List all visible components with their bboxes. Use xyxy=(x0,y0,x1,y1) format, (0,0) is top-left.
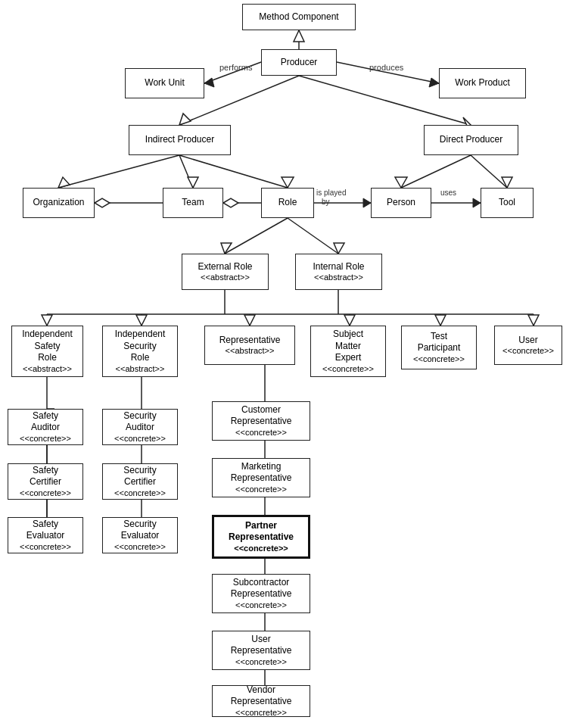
svg-marker-15 xyxy=(188,177,198,188)
subject-matter-expert-label: SubjectMatterExpert xyxy=(333,329,363,364)
independent-safety-role-node: IndependentSafetyRole <<abstract>> xyxy=(11,326,83,377)
independent-security-role-node: IndependentSecurityRole <<abstract>> xyxy=(102,326,178,377)
svg-line-35 xyxy=(288,218,338,254)
svg-text:is played: is played xyxy=(316,189,346,197)
safety-auditor-label: SafetyAuditor xyxy=(31,410,60,434)
indirect-producer-node: Indirect Producer xyxy=(129,125,231,155)
user-representative-stereotype: <<concrete>> xyxy=(235,657,287,667)
user-representative-node: UserRepresentative <<concrete>> xyxy=(212,631,310,670)
svg-marker-49 xyxy=(435,315,446,326)
svg-marker-47 xyxy=(344,315,355,326)
direct-producer-label: Direct Producer xyxy=(440,134,502,146)
security-evaluator-stereotype: <<concrete>> xyxy=(114,542,166,552)
safety-evaluator-label: SafetyEvaluator xyxy=(26,519,65,542)
security-certifier-stereotype: <<concrete>> xyxy=(114,488,166,498)
representative-stereotype: <<abstract>> xyxy=(226,346,275,356)
work-unit-node: Work Unit xyxy=(125,68,204,98)
independent-safety-role-label: IndependentSafetyRole xyxy=(22,329,73,364)
marketing-representative-node: MarketingRepresentative <<concrete>> xyxy=(212,458,310,497)
safety-certifier-node: SafetyCertifier <<concrete>> xyxy=(8,463,83,500)
internal-role-node: Internal Role <<abstract>> xyxy=(295,254,382,290)
work-product-label: Work Product xyxy=(455,77,509,89)
producer-node: Producer xyxy=(261,49,337,76)
team-label: Team xyxy=(182,197,204,209)
external-role-label: External Role xyxy=(198,261,252,273)
test-participant-node: TestParticipant <<concrete>> xyxy=(401,326,477,369)
partner-representative-stereotype: <<concrete>> xyxy=(234,544,288,553)
svg-text:uses: uses xyxy=(440,189,456,197)
independent-security-role-stereotype: <<abstract>> xyxy=(116,364,165,374)
marketing-representative-stereotype: <<concrete>> xyxy=(235,485,287,494)
svg-line-33 xyxy=(225,218,288,254)
method-component-node: Method Component xyxy=(242,4,356,30)
indirect-producer-label: Indirect Producer xyxy=(145,134,214,146)
svg-marker-51 xyxy=(528,315,539,326)
independent-security-role-label: IndependentSecurityRole xyxy=(115,329,166,364)
user-node: User <<concrete>> xyxy=(494,326,562,365)
security-evaluator-node: SecurityEvaluator <<concrete>> xyxy=(102,517,178,553)
svg-marker-21 xyxy=(502,177,512,188)
representative-node: Representative <<abstract>> xyxy=(204,326,295,365)
svg-marker-6 xyxy=(429,78,439,87)
customer-representative-label: CustomerRepresentative xyxy=(231,404,292,428)
person-label: Person xyxy=(387,197,415,209)
svg-line-20 xyxy=(471,155,507,188)
svg-marker-3 xyxy=(204,78,214,87)
test-participant-stereotype: <<concrete>> xyxy=(413,354,465,364)
svg-text:by: by xyxy=(322,198,330,206)
partner-representative-label: PartnerRepresentative xyxy=(229,520,294,544)
customer-representative-stereotype: <<concrete>> xyxy=(235,428,287,438)
subject-matter-expert-stereotype: <<concrete>> xyxy=(322,364,374,374)
representative-label: Representative xyxy=(219,335,281,347)
user-label: User xyxy=(518,335,537,347)
svg-marker-31 xyxy=(473,198,481,207)
tool-node: Tool xyxy=(481,188,534,218)
marketing-representative-label: MarketingRepresentative xyxy=(231,461,292,485)
internal-role-stereotype: <<abstract>> xyxy=(314,273,363,282)
organization-label: Organization xyxy=(33,197,84,209)
person-node: Person xyxy=(371,188,431,218)
svg-line-18 xyxy=(401,155,471,188)
svg-marker-1 xyxy=(294,30,304,42)
safety-evaluator-stereotype: <<concrete>> xyxy=(20,542,71,552)
safety-certifier-label: SafetyCertifier xyxy=(30,465,61,488)
role-node: Role xyxy=(261,188,314,218)
subcontractor-representative-label: SubcontractorRepresentative xyxy=(231,577,292,600)
work-unit-label: Work Unit xyxy=(145,77,184,89)
partner-representative-node: PartnerRepresentative <<concrete>> xyxy=(212,515,310,559)
security-auditor-node: SecurityAuditor <<concrete>> xyxy=(102,409,178,445)
customer-representative-node: CustomerRepresentative <<concrete>> xyxy=(212,401,310,441)
test-participant-label: TestParticipant xyxy=(418,331,461,354)
safety-certifier-stereotype: <<concrete>> xyxy=(20,488,71,498)
internal-role-label: Internal Role xyxy=(313,261,364,273)
svg-marker-43 xyxy=(136,315,147,326)
svg-marker-9 xyxy=(179,114,191,125)
vendor-representative-node: VendorRepresentative <<concrete>> xyxy=(212,685,310,717)
svg-marker-34 xyxy=(221,243,232,254)
subject-matter-expert-node: SubjectMatterExpert <<concrete>> xyxy=(310,326,386,377)
svg-marker-45 xyxy=(244,315,255,326)
safety-evaluator-node: SafetyEvaluator <<concrete>> xyxy=(8,517,83,553)
svg-text:produces: produces xyxy=(369,63,404,72)
independent-safety-role-stereotype: <<abstract>> xyxy=(23,364,72,374)
producer-label: Producer xyxy=(281,57,318,69)
security-auditor-stereotype: <<concrete>> xyxy=(114,434,166,444)
svg-line-12 xyxy=(58,155,179,188)
team-node: Team xyxy=(163,188,223,218)
user-representative-label: UserRepresentative xyxy=(231,634,292,657)
svg-marker-41 xyxy=(42,315,52,326)
security-certifier-node: SecurityCertifier <<concrete>> xyxy=(102,463,178,500)
safety-auditor-stereotype: <<concrete>> xyxy=(20,434,71,444)
vendor-representative-label: VendorRepresentative xyxy=(231,684,292,708)
security-certifier-label: SecurityCertifier xyxy=(123,465,156,488)
safety-auditor-node: SafetyAuditor <<concrete>> xyxy=(8,409,83,445)
svg-marker-13 xyxy=(58,177,70,188)
external-role-node: External Role <<abstract>> xyxy=(182,254,269,290)
method-component-label: Method Component xyxy=(259,11,338,23)
role-label: Role xyxy=(278,197,297,209)
diagram-container: performs produces xyxy=(0,0,588,720)
subcontractor-representative-node: SubcontractorRepresentative <<concrete>> xyxy=(212,574,310,613)
security-evaluator-label: SecurityEvaluator xyxy=(121,519,160,542)
svg-text:performs: performs xyxy=(219,63,253,72)
svg-marker-27 xyxy=(363,198,371,207)
